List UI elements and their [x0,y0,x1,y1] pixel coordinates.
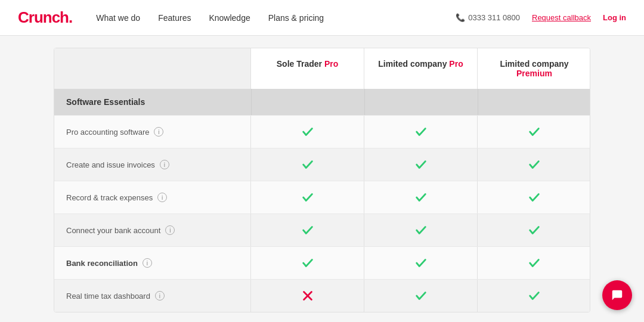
section-label: Software Essentials [54,89,251,115]
check-icon [301,256,314,270]
cell-ltd-reconciliation [364,247,478,279]
nav-plans-pricing[interactable]: Plans & pricing [268,13,324,23]
cell-ltd-invoices [364,148,478,181]
cell-sole-trader-expenses [251,181,364,213]
cell-sole-trader-pro-accounting [251,116,364,148]
table-row: Connect your bank account i [54,213,590,246]
check-icon [528,289,541,302]
nav-knowledge[interactable]: Knowledge [209,13,250,23]
request-callback-link[interactable]: Request callback [532,13,591,22]
nav-what-we-do[interactable]: What we do [96,13,140,23]
row-label-bank: Connect your bank account i [54,214,251,246]
cell-ltd-pro-accounting [364,116,478,148]
section-col-2 [364,89,478,115]
check-icon [414,191,428,204]
info-icon-pro-accounting[interactable]: i [154,127,163,137]
header-right: 📞 0333 311 0800 Request callback Log in [456,13,626,22]
check-icon [301,224,314,237]
info-icon-tax-dashboard[interactable]: i [155,291,165,301]
table-row: Create and issue invoices i [54,148,590,181]
table-row: Real time tax dashboard i [54,279,590,312]
check-icon [414,256,428,270]
phone-icon: 📞 [456,13,465,22]
check-icon [301,125,314,138]
check-icon [528,191,541,204]
check-icon [528,158,541,171]
check-icon [528,125,541,138]
row-label-pro-accounting: Pro accounting software i [54,116,251,148]
empty-header-cell [54,48,251,89]
nav-features[interactable]: Features [158,13,191,23]
table-row: Pro accounting software i [54,115,590,148]
row-label-expenses: Record & track expenses i [54,181,251,213]
phone-number: 📞 0333 311 0800 [456,13,520,22]
table-row: Record & track expenses i [54,181,590,213]
check-icon [414,224,428,237]
cross-icon [301,289,314,302]
row-label-tax-dashboard: Real time tax dashboard i [54,280,251,312]
header: Crunch. What we do Features Knowledge Pl… [0,0,644,36]
section-header-row: Software Essentials [54,89,590,115]
info-icon-reconciliation[interactable]: i [143,258,152,268]
cell-sole-trader-reconciliation [251,247,364,279]
main-content: Sole Trader Pro Limited company Pro Limi… [0,36,644,322]
cell-premium-invoices [478,148,590,181]
section-col-1 [251,89,364,115]
check-icon [414,158,428,171]
chat-button[interactable] [602,280,632,310]
check-icon [528,256,541,270]
cell-ltd-tax [364,280,478,312]
info-icon-bank[interactable]: i [165,225,175,235]
cell-sole-trader-bank [251,214,364,246]
cell-premium-pro-accounting [478,116,590,148]
cell-ltd-bank [364,214,478,246]
section-col-3 [478,89,590,115]
check-icon [414,289,428,302]
cell-premium-bank [478,214,590,246]
pricing-table: Sole Trader Pro Limited company Pro Limi… [54,48,590,312]
login-link[interactable]: Log in [603,13,626,22]
chat-icon [611,289,624,302]
table-row: Bank reconciliation i [54,246,590,279]
cell-premium-reconciliation [478,247,590,279]
info-icon-invoices[interactable]: i [160,160,169,169]
row-label-reconciliation: Bank reconciliation i [54,247,251,279]
info-icon-expenses[interactable]: i [157,193,167,202]
limited-company-pro-header: Limited company Pro [364,48,478,89]
check-icon [301,158,314,171]
check-icon [301,191,314,204]
cell-premium-expenses [478,181,590,213]
cell-sole-trader-tax [251,280,364,312]
cell-ltd-expenses [364,181,478,213]
limited-company-premium-header: Limited companyPremium [478,48,590,89]
sole-trader-pro-header: Sole Trader Pro [251,48,364,89]
row-label-invoices: Create and issue invoices i [54,148,251,181]
main-nav: What we do Features Knowledge Plans & pr… [96,13,456,23]
check-icon [414,125,428,138]
cell-premium-tax [478,280,590,312]
table-column-headers: Sole Trader Pro Limited company Pro Limi… [54,48,590,89]
check-icon [528,224,541,237]
cell-sole-trader-invoices [251,148,364,181]
logo: Crunch. [18,8,72,27]
